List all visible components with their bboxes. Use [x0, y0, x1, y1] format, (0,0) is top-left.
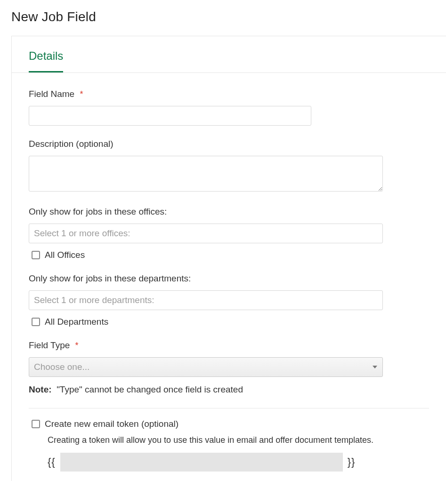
all-departments-row: All Departments — [29, 317, 429, 327]
field-type-placeholder: Choose one... — [34, 362, 89, 372]
departments-multiselect[interactable]: Select 1 or more departments: — [29, 290, 383, 310]
field-name-label: Field Name * — [29, 89, 429, 99]
offices-multiselect[interactable]: Select 1 or more offices: — [29, 224, 383, 243]
tab-details[interactable]: Details — [29, 49, 63, 72]
note-text: "Type" cannot be changed once field is c… — [57, 384, 243, 394]
field-name-block: Field Name * — [29, 89, 429, 126]
required-star-icon: * — [80, 89, 83, 99]
departments-placeholder: Select 1 or more departments: — [34, 295, 154, 305]
field-type-select[interactable]: Choose one... — [29, 357, 383, 377]
all-offices-row: All Offices — [29, 250, 429, 260]
email-token-checkbox[interactable] — [32, 420, 40, 428]
page-title: New Job Field — [11, 9, 446, 24]
field-name-input[interactable] — [29, 106, 311, 126]
email-token-input-row: {{ }} — [48, 453, 429, 472]
token-close-brace: }} — [348, 456, 356, 468]
offices-label: Only show for jobs in these offices: — [29, 207, 429, 217]
description-textarea[interactable] — [29, 156, 383, 192]
field-type-block: Field Type * Choose one... Note: "Type" … — [29, 340, 429, 395]
departments-label: Only show for jobs in these departments: — [29, 273, 429, 284]
all-offices-checkbox[interactable] — [32, 251, 40, 259]
field-type-label: Field Type * — [29, 340, 429, 351]
required-star-icon: * — [75, 341, 79, 350]
field-name-label-text: Field Name — [29, 89, 74, 99]
email-token-row: Create new email token (optional) — [32, 419, 429, 429]
note-prefix: Note: — [29, 384, 52, 394]
all-departments-checkbox[interactable] — [32, 318, 40, 326]
offices-placeholder: Select 1 or more offices: — [34, 228, 130, 239]
email-token-label: Create new email token (optional) — [45, 419, 178, 429]
separator — [29, 408, 429, 408]
description-label: Description (optional) — [29, 139, 429, 149]
all-departments-label: All Departments — [45, 317, 108, 327]
departments-block: Only show for jobs in these departments:… — [29, 273, 429, 327]
token-open-brace: {{ — [48, 456, 56, 468]
tab-bar: Details — [12, 36, 446, 73]
email-token-help: Creating a token will allow you to use t… — [48, 434, 377, 446]
all-offices-label: All Offices — [45, 250, 85, 260]
email-token-input[interactable] — [60, 453, 343, 472]
form-body: Field Name * Description (optional) Only… — [12, 73, 446, 481]
offices-block: Only show for jobs in these offices: Sel… — [29, 207, 429, 260]
details-panel: Details Field Name * Description (option… — [11, 36, 446, 481]
type-note: Note: "Type" cannot be changed once fiel… — [29, 384, 429, 395]
field-type-select-wrap: Choose one... — [29, 357, 383, 377]
field-type-label-text: Field Type — [29, 340, 70, 350]
description-block: Description (optional) — [29, 139, 429, 193]
email-token-block: Create new email token (optional) Creati… — [29, 419, 429, 472]
